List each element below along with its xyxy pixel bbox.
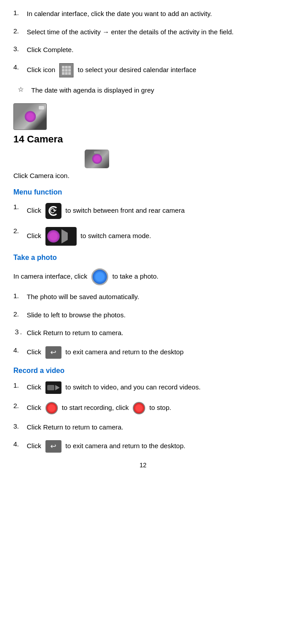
section-title: 14 Camera: [13, 134, 273, 145]
record-video-step-2: 2. Click to start recording, click to st…: [13, 402, 273, 414]
step-1-text: In calendar interface, click the date yo…: [27, 9, 273, 19]
take-photo-step-4: 4. Click ↩ to exit camera and return to …: [13, 346, 273, 359]
step-4: 4. Click icon to select your desired cal…: [13, 63, 273, 77]
switch-camera-icon: [45, 203, 61, 219]
take-photo-step-1-text: The photo will be saved automatically.: [27, 292, 273, 302]
video-mode-icon: [45, 227, 77, 246]
menu-function-section: Menu function: [13, 188, 273, 196]
take-photo-step-1: 1. The photo will be saved automatically…: [13, 292, 273, 302]
take-photo-intro: In camera interface, click to take a pho…: [13, 268, 273, 285]
record-video-step-1-text: Click to switch to video, and you can re…: [27, 381, 273, 394]
take-photo-heading: Take a photo: [13, 254, 273, 262]
record-video-step-3-number: 3.: [13, 422, 27, 430]
take-photo-step-1-number: 1.: [13, 292, 27, 300]
step-3-number: 3.: [13, 45, 27, 53]
step-2-text: Select time of the activity → enter the …: [27, 27, 273, 37]
step-1: 1. In calendar interface, click the date…: [13, 9, 273, 19]
exit-camera-icon-2: ↩: [45, 440, 61, 453]
click-camera-line: Click Camera icon.: [13, 172, 273, 179]
menu-function-heading: Menu function: [13, 188, 273, 196]
record-video-section: Record a video: [13, 367, 273, 375]
menu-item-2-number: 2.: [13, 227, 27, 235]
video-small-icon: [45, 381, 61, 394]
star-item: ☆ The date with agenda is displayed in g…: [18, 85, 273, 96]
record-video-step-4-text: Click ↩ to exit camera and return to the…: [27, 440, 273, 453]
take-photo-step-4-number: 4.: [13, 346, 27, 354]
exit-camera-icon-1: ↩: [45, 346, 61, 359]
page-number: 12: [13, 462, 273, 469]
record-video-step-4: 4. Click ↩ to exit camera and return to …: [13, 440, 273, 453]
step-1-number: 1.: [13, 9, 27, 16]
section-14-camera: 14 Camera: [13, 134, 273, 145]
record-video-step-2-number: 2.: [13, 402, 27, 409]
record-start-button: [45, 402, 58, 414]
take-photo-section: Take a photo: [13, 254, 273, 262]
take-photo-step-2-number: 2.: [13, 310, 27, 318]
menu-item-2: 2. Click to switch camera mode.: [13, 227, 273, 246]
take-photo-step-2: 2. Slide to left to browse the photos.: [13, 310, 273, 320]
take-photo-step-3-number: ３.: [13, 328, 27, 336]
star-text: The date with agenda is displayed in gre…: [31, 85, 273, 96]
record-stop-button: [133, 402, 145, 414]
record-video-step-3-text: Click Return to return to camera.: [27, 422, 273, 433]
take-photo-step-4-text: Click ↩ to exit camera and return to the…: [27, 346, 273, 359]
step-3-text: Click Complete.: [27, 45, 273, 55]
take-photo-button: [91, 268, 108, 285]
camera-thumbnail-image: [13, 103, 47, 130]
menu-item-1-number: 1.: [13, 203, 27, 211]
record-video-step-3: 3. Click Return to return to camera.: [13, 422, 273, 433]
step-4-number: 4.: [13, 63, 27, 71]
record-video-step-1-number: 1.: [13, 381, 27, 389]
record-video-heading: Record a video: [13, 367, 273, 375]
step-2-number: 2.: [13, 27, 27, 35]
take-photo-step-2-text: Slide to left to browse the photos.: [27, 310, 273, 320]
step-2: 2. Select time of the activity → enter t…: [13, 27, 273, 37]
menu-item-1: 1. Click to switch between front and rea…: [13, 203, 273, 219]
camera-section-icon: [85, 150, 109, 168]
record-video-step-4-number: 4.: [13, 440, 27, 448]
record-video-step-2-text: Click to start recording, click to stop.: [27, 402, 273, 414]
record-video-step-1: 1. Click to switch to video, and you can…: [13, 381, 273, 394]
take-photo-step-3: ３. Click Return to return to camera.: [13, 328, 273, 338]
menu-item-1-text: Click to switch between front and rear c…: [27, 203, 273, 219]
click-camera-text: Click Camera icon.: [13, 172, 69, 179]
menu-item-2-text: Click to switch camera mode.: [27, 227, 273, 246]
star-marker: ☆: [18, 85, 31, 93]
calendar-grid-icon: [59, 63, 74, 77]
step-3: 3. Click Complete.: [13, 45, 273, 55]
step-4-text: Click icon to select your desired calend…: [27, 63, 273, 77]
take-photo-step-3-text: Click Return to return to camera.: [27, 328, 273, 338]
